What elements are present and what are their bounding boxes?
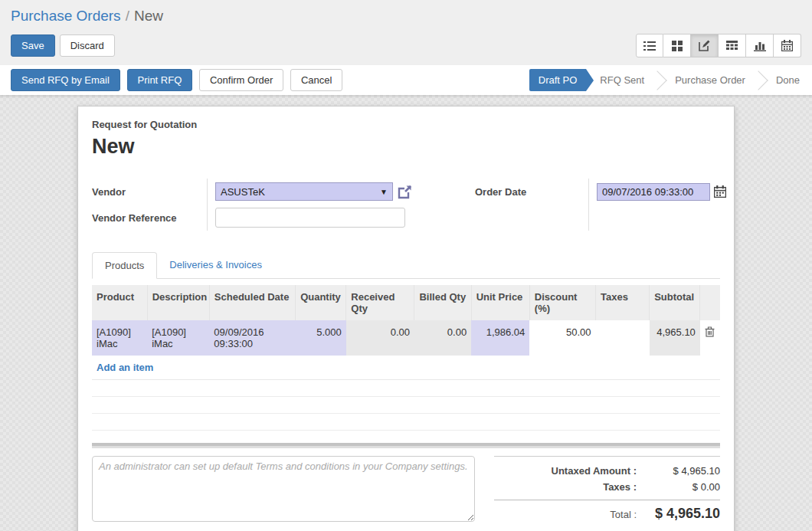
tab-deliveries-invoices[interactable]: Deliveries & Invoices <box>157 252 274 278</box>
right-field-group: Order Date <box>475 179 726 231</box>
cell-received-qty: 0.00 <box>346 320 414 356</box>
cell-description[interactable]: [A1090] iMac <box>147 320 209 356</box>
empty-row <box>92 414 720 431</box>
graph-view-button[interactable] <box>746 34 774 57</box>
pivot-view-button[interactable] <box>719 34 746 57</box>
stage-chevron-icon <box>748 70 768 90</box>
confirm-order-button[interactable]: Confirm Order <box>199 69 283 91</box>
untaxed-amount-label: Untaxed Amount : <box>494 465 647 477</box>
column-billed-qty[interactable]: Billed Qty <box>414 285 471 320</box>
page-title: New <box>92 135 720 159</box>
column-unit-price[interactable]: Unit Price <box>471 285 529 320</box>
notebook-tabs: Products Deliveries & Invoices <box>92 252 720 279</box>
empty-row <box>92 380 720 397</box>
cell-scheduled-date[interactable]: 09/09/2016 09:33:00 <box>209 320 295 356</box>
column-scheduled-date[interactable]: Scheduled Date <box>209 285 295 320</box>
cell-taxes[interactable] <box>596 320 650 356</box>
stage-purchase-order[interactable]: Purchase Order <box>673 74 747 86</box>
trash-icon <box>705 328 715 339</box>
stage-draft-po[interactable]: Draft PO <box>529 69 587 91</box>
vendor-reference-label: Vendor Reference <box>92 212 177 224</box>
taxes-label: Taxes : <box>494 481 647 493</box>
discard-button[interactable]: Discard <box>60 34 115 57</box>
cell-discount[interactable]: 50.00 <box>529 320 595 356</box>
add-item-row: Add an item <box>92 356 720 380</box>
statusbar: Send RFQ by Email Print RFQ Confirm Orde… <box>0 65 812 95</box>
top-header: Purchase Orders/New Save Discard <box>0 0 812 65</box>
untaxed-amount-value: $ 4,965.10 <box>647 465 720 477</box>
chevron-down-icon: ▼ <box>380 188 388 196</box>
order-date-label: Order Date <box>475 186 526 198</box>
column-received-qty[interactable]: Received Qty <box>346 285 414 320</box>
cancel-button[interactable]: Cancel <box>290 69 342 91</box>
cell-product[interactable]: [A1090] iMac <box>92 320 147 356</box>
action-row: Save Discard <box>11 34 801 57</box>
stage-chevron-icon <box>647 70 666 90</box>
section-divider <box>92 443 720 448</box>
column-product[interactable]: Product <box>92 285 147 320</box>
taxes-value: $ 0.00 <box>647 481 720 493</box>
breadcrumb-separator: / <box>126 8 129 24</box>
column-description[interactable]: Description <box>147 285 209 320</box>
breadcrumb-purchase-orders[interactable]: Purchase Orders <box>11 8 121 24</box>
kanban-view-button[interactable] <box>663 34 691 57</box>
cell-subtotal: 4,965.10 <box>650 320 700 356</box>
send-rfq-by-email-button[interactable]: Send RFQ by Email <box>11 69 120 91</box>
breadcrumb-current: New <box>134 8 163 24</box>
vendor-reference-input[interactable] <box>215 208 405 228</box>
totals-block: Untaxed Amount : $ 4,965.10 Taxes : $ 0.… <box>494 456 720 524</box>
column-discount[interactable]: Discount (%) <box>529 285 595 320</box>
order-lines-table: Product Description Scheduled Date Quant… <box>92 285 720 431</box>
list-view-button[interactable] <box>636 34 663 57</box>
pivot-icon <box>726 41 738 51</box>
form-sheet: Request for Quotation New Vendor Vendor … <box>77 106 735 531</box>
graph-icon <box>754 41 766 51</box>
statusbar-buttons: Send RFQ by Email Print RFQ Confirm Orde… <box>11 69 346 91</box>
total-value: $ 4,965.10 <box>647 506 720 522</box>
terms-and-conditions-input[interactable] <box>92 456 475 522</box>
form-view-button[interactable] <box>691 34 719 57</box>
cell-billed-qty: 0.00 <box>414 320 471 356</box>
calendar-icon <box>781 40 793 51</box>
totals-divider <box>494 500 720 500</box>
cell-unit-price[interactable]: 1,986.04 <box>471 320 529 356</box>
stage-done[interactable]: Done <box>774 74 801 86</box>
stage-rfq-sent[interactable]: RFQ Sent <box>598 74 646 86</box>
content-background: Request for Quotation New Vendor Vendor … <box>0 95 812 531</box>
order-date-input[interactable] <box>597 183 710 201</box>
add-an-item-link[interactable]: Add an item <box>97 362 153 373</box>
view-switcher <box>636 34 801 57</box>
field-area: Vendor Vendor Reference ASUSTeK ▼ <box>92 179 720 231</box>
column-taxes[interactable]: Taxes <box>596 285 650 320</box>
status-pipeline: Draft PO RFQ Sent Purchase Order Done <box>529 69 801 91</box>
breadcrumb: Purchase Orders/New <box>11 8 801 25</box>
vendor-label: Vendor <box>92 186 126 198</box>
save-button[interactable]: Save <box>11 34 55 57</box>
total-label: Total : <box>494 509 647 520</box>
kanban-icon <box>672 41 683 51</box>
empty-row <box>92 397 720 414</box>
left-field-group: Vendor Vendor Reference ASUSTeK ▼ <box>92 179 412 231</box>
column-actions <box>700 285 720 320</box>
delete-row-button[interactable] <box>700 320 720 356</box>
column-quantity[interactable]: Quantity <box>296 285 346 320</box>
tab-products[interactable]: Products <box>92 252 157 279</box>
form-icon <box>699 40 710 51</box>
table-row[interactable]: [A1090] iMac [A1090] iMac 09/09/2016 09:… <box>92 320 720 356</box>
list-icon <box>643 41 656 51</box>
vendor-value: ASUSTeK <box>221 186 380 198</box>
column-subtotal[interactable]: Subtotal <box>650 285 700 320</box>
print-rfq-button[interactable]: Print RFQ <box>127 69 193 91</box>
form-subtitle: Request for Quotation <box>92 119 720 130</box>
table-header-row: Product Description Scheduled Date Quant… <box>92 285 720 320</box>
bottom-section: Untaxed Amount : $ 4,965.10 Taxes : $ 0.… <box>92 456 720 524</box>
calendar-view-button[interactable] <box>774 34 801 57</box>
vendor-select[interactable]: ASUSTeK ▼ <box>215 182 393 201</box>
cell-quantity[interactable]: 5.000 <box>296 320 346 356</box>
external-link-icon[interactable] <box>398 185 412 199</box>
calendar-icon[interactable] <box>714 185 726 198</box>
